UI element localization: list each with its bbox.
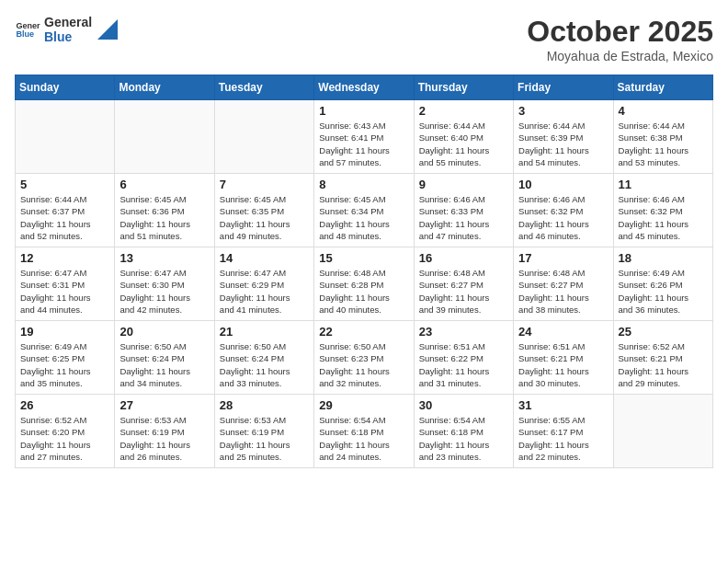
day-info: Sunrise: 6:49 AM Sunset: 6:26 PM Dayligh… bbox=[619, 267, 708, 316]
day-info: Sunrise: 6:44 AM Sunset: 6:40 PM Dayligh… bbox=[419, 120, 508, 168]
weekday-header-saturday: Saturday bbox=[613, 75, 712, 100]
week-row-5: 26Sunrise: 6:52 AM Sunset: 6:20 PM Dayli… bbox=[16, 395, 713, 468]
day-number: 4 bbox=[619, 104, 708, 118]
day-info: Sunrise: 6:51 AM Sunset: 6:21 PM Dayligh… bbox=[518, 340, 608, 389]
day-number: 19 bbox=[20, 325, 109, 339]
logo: General Blue General Blue bbox=[15, 15, 118, 44]
day-number: 23 bbox=[419, 325, 508, 339]
day-info: Sunrise: 6:46 AM Sunset: 6:32 PM Dayligh… bbox=[619, 193, 708, 242]
day-info: Sunrise: 6:55 AM Sunset: 6:17 PM Dayligh… bbox=[518, 414, 608, 463]
weekday-header-friday: Friday bbox=[514, 75, 613, 100]
day-number: 14 bbox=[220, 251, 309, 265]
day-number: 7 bbox=[220, 178, 309, 191]
day-info: Sunrise: 6:48 AM Sunset: 6:27 PM Dayligh… bbox=[419, 267, 508, 316]
day-info: Sunrise: 6:44 AM Sunset: 6:38 PM Dayligh… bbox=[619, 120, 708, 168]
calendar-cell: 24Sunrise: 6:51 AM Sunset: 6:21 PM Dayli… bbox=[514, 321, 613, 395]
week-row-3: 12Sunrise: 6:47 AM Sunset: 6:31 PM Dayli… bbox=[16, 247, 713, 321]
calendar-cell: 8Sunrise: 6:45 AM Sunset: 6:34 PM Daylig… bbox=[314, 174, 414, 247]
weekday-header-wednesday: Wednesday bbox=[314, 75, 414, 100]
logo-line2: Blue bbox=[44, 29, 92, 44]
logo-triangle-icon bbox=[97, 19, 118, 40]
day-info: Sunrise: 6:47 AM Sunset: 6:31 PM Dayligh… bbox=[20, 267, 109, 316]
day-number: 10 bbox=[518, 178, 608, 191]
day-info: Sunrise: 6:53 AM Sunset: 6:19 PM Dayligh… bbox=[119, 414, 209, 463]
day-number: 8 bbox=[319, 178, 408, 191]
day-number: 25 bbox=[619, 325, 708, 339]
day-number: 2 bbox=[419, 104, 508, 118]
calendar-cell: 18Sunrise: 6:49 AM Sunset: 6:26 PM Dayli… bbox=[613, 247, 712, 321]
day-info: Sunrise: 6:47 AM Sunset: 6:29 PM Dayligh… bbox=[220, 267, 309, 316]
calendar-cell: 21Sunrise: 6:50 AM Sunset: 6:24 PM Dayli… bbox=[214, 321, 313, 395]
day-number: 18 bbox=[619, 251, 708, 265]
day-number: 9 bbox=[419, 178, 508, 191]
weekday-header-sunday: Sunday bbox=[16, 75, 115, 100]
day-info: Sunrise: 6:50 AM Sunset: 6:24 PM Dayligh… bbox=[119, 340, 209, 389]
calendar-cell: 25Sunrise: 6:52 AM Sunset: 6:21 PM Dayli… bbox=[613, 321, 712, 395]
calendar-cell: 27Sunrise: 6:53 AM Sunset: 6:19 PM Dayli… bbox=[115, 395, 214, 468]
calendar-cell: 1Sunrise: 6:43 AM Sunset: 6:41 PM Daylig… bbox=[314, 100, 414, 174]
calendar-cell: 9Sunrise: 6:46 AM Sunset: 6:33 PM Daylig… bbox=[414, 174, 513, 247]
day-number: 1 bbox=[319, 104, 408, 118]
day-info: Sunrise: 6:52 AM Sunset: 6:20 PM Dayligh… bbox=[20, 414, 109, 463]
day-info: Sunrise: 6:45 AM Sunset: 6:34 PM Dayligh… bbox=[319, 193, 408, 242]
calendar-cell: 22Sunrise: 6:50 AM Sunset: 6:23 PM Dayli… bbox=[314, 321, 414, 395]
calendar-cell: 4Sunrise: 6:44 AM Sunset: 6:38 PM Daylig… bbox=[613, 100, 712, 174]
calendar-cell: 28Sunrise: 6:53 AM Sunset: 6:19 PM Dayli… bbox=[214, 395, 313, 468]
calendar-cell: 14Sunrise: 6:47 AM Sunset: 6:29 PM Dayli… bbox=[214, 247, 313, 321]
day-number: 20 bbox=[119, 325, 209, 339]
day-number: 6 bbox=[119, 178, 209, 191]
day-number: 17 bbox=[518, 251, 608, 265]
calendar-cell: 23Sunrise: 6:51 AM Sunset: 6:22 PM Dayli… bbox=[414, 321, 513, 395]
day-info: Sunrise: 6:50 AM Sunset: 6:24 PM Dayligh… bbox=[220, 340, 309, 389]
day-number: 16 bbox=[419, 251, 508, 265]
day-info: Sunrise: 6:48 AM Sunset: 6:28 PM Dayligh… bbox=[319, 267, 408, 316]
calendar-cell: 31Sunrise: 6:55 AM Sunset: 6:17 PM Dayli… bbox=[514, 395, 613, 468]
day-info: Sunrise: 6:45 AM Sunset: 6:36 PM Dayligh… bbox=[119, 193, 209, 242]
day-number: 30 bbox=[419, 398, 508, 412]
calendar-cell: 16Sunrise: 6:48 AM Sunset: 6:27 PM Dayli… bbox=[414, 247, 513, 321]
day-info: Sunrise: 6:45 AM Sunset: 6:35 PM Dayligh… bbox=[220, 193, 309, 242]
calendar-cell: 26Sunrise: 6:52 AM Sunset: 6:20 PM Dayli… bbox=[16, 395, 115, 468]
day-info: Sunrise: 6:54 AM Sunset: 6:18 PM Dayligh… bbox=[419, 414, 508, 463]
day-info: Sunrise: 6:48 AM Sunset: 6:27 PM Dayligh… bbox=[518, 267, 608, 316]
calendar-cell: 11Sunrise: 6:46 AM Sunset: 6:32 PM Dayli… bbox=[613, 174, 712, 247]
svg-text:Blue: Blue bbox=[16, 29, 34, 39]
day-number: 3 bbox=[518, 104, 608, 118]
day-number: 28 bbox=[220, 398, 309, 412]
day-info: Sunrise: 6:54 AM Sunset: 6:18 PM Dayligh… bbox=[319, 414, 408, 463]
day-info: Sunrise: 6:46 AM Sunset: 6:32 PM Dayligh… bbox=[518, 193, 608, 242]
header: General Blue General Blue October 2025 M… bbox=[15, 15, 713, 63]
day-info: Sunrise: 6:47 AM Sunset: 6:30 PM Dayligh… bbox=[119, 267, 209, 316]
calendar-cell: 7Sunrise: 6:45 AM Sunset: 6:35 PM Daylig… bbox=[214, 174, 313, 247]
day-number: 13 bbox=[119, 251, 209, 265]
day-info: Sunrise: 6:44 AM Sunset: 6:39 PM Dayligh… bbox=[518, 120, 608, 168]
week-row-4: 19Sunrise: 6:49 AM Sunset: 6:25 PM Dayli… bbox=[16, 321, 713, 395]
calendar-cell: 20Sunrise: 6:50 AM Sunset: 6:24 PM Dayli… bbox=[115, 321, 214, 395]
calendar-cell: 10Sunrise: 6:46 AM Sunset: 6:32 PM Dayli… bbox=[514, 174, 613, 247]
calendar-cell bbox=[16, 100, 115, 174]
day-info: Sunrise: 6:49 AM Sunset: 6:25 PM Dayligh… bbox=[20, 340, 109, 389]
day-info: Sunrise: 6:50 AM Sunset: 6:23 PM Dayligh… bbox=[319, 340, 408, 389]
day-number: 27 bbox=[119, 398, 209, 412]
calendar-cell: 17Sunrise: 6:48 AM Sunset: 6:27 PM Dayli… bbox=[514, 247, 613, 321]
weekday-header-thursday: Thursday bbox=[414, 75, 513, 100]
calendar-cell: 12Sunrise: 6:47 AM Sunset: 6:31 PM Dayli… bbox=[16, 247, 115, 321]
calendar-cell: 30Sunrise: 6:54 AM Sunset: 6:18 PM Dayli… bbox=[414, 395, 513, 468]
calendar-cell: 6Sunrise: 6:45 AM Sunset: 6:36 PM Daylig… bbox=[115, 174, 214, 247]
day-info: Sunrise: 6:51 AM Sunset: 6:22 PM Dayligh… bbox=[419, 340, 508, 389]
logo-icon: General Blue bbox=[15, 17, 40, 42]
day-info: Sunrise: 6:44 AM Sunset: 6:37 PM Dayligh… bbox=[20, 193, 109, 242]
weekday-header-tuesday: Tuesday bbox=[214, 75, 313, 100]
day-number: 31 bbox=[518, 398, 608, 412]
day-number: 15 bbox=[319, 251, 408, 265]
calendar-cell: 19Sunrise: 6:49 AM Sunset: 6:25 PM Dayli… bbox=[16, 321, 115, 395]
day-number: 24 bbox=[518, 325, 608, 339]
week-row-2: 5Sunrise: 6:44 AM Sunset: 6:37 PM Daylig… bbox=[16, 174, 713, 247]
calendar-cell: 29Sunrise: 6:54 AM Sunset: 6:18 PM Dayli… bbox=[314, 395, 414, 468]
svg-marker-3 bbox=[97, 19, 118, 40]
month-title: October 2025 bbox=[527, 15, 713, 49]
location-subtitle: Moyahua de Estrada, Mexico bbox=[527, 49, 713, 63]
day-number: 21 bbox=[220, 325, 309, 339]
day-number: 12 bbox=[20, 251, 109, 265]
day-number: 22 bbox=[319, 325, 408, 339]
